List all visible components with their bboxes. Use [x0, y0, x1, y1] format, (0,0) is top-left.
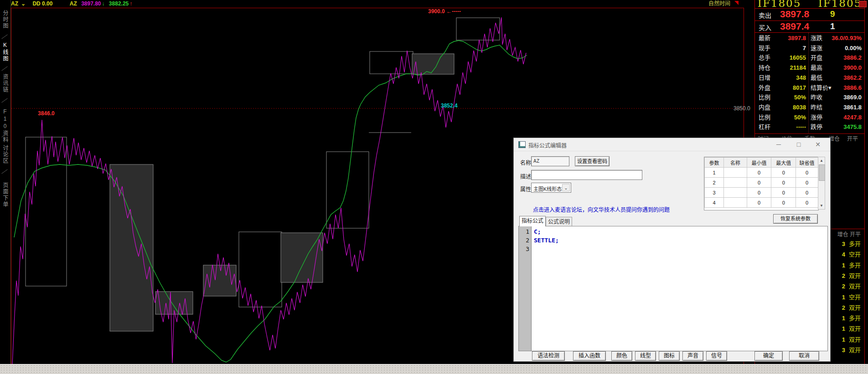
restore-system-params-button[interactable]: 恢复系统参数 — [773, 214, 818, 224]
scroll-down-icon[interactable]: ▼ — [818, 202, 825, 209]
minimize-button[interactable]: ─ — [771, 139, 786, 150]
quote-row: 持仓21184最高3900.0 — [755, 63, 864, 72]
parameter-table[interactable]: 参数名称最小值最大值缺省值1000200030004000 — [704, 157, 819, 210]
sidebar-tab-4[interactable]: F10资料 — [1, 108, 9, 143]
sidebar-separator — [1, 98, 8, 103]
sidebar-tab-5[interactable]: 讨论区 — [1, 145, 9, 164]
attribute-select[interactable]: 主图K线形态 ⌄ — [531, 183, 571, 193]
quote-row: 比例50%涨停4247.8 — [755, 113, 864, 122]
parameter-table-scrollbar[interactable]: ▲ ▼ — [818, 157, 825, 210]
dialog-tool-button-6[interactable]: 声音 — [682, 351, 703, 361]
quote-row: 现手7速涨0.00% — [755, 43, 864, 53]
tab-formula-description[interactable]: 公式说明 — [546, 217, 572, 226]
quote-row: 总手16055开盘3886.2 — [755, 53, 864, 62]
dialog-tool-button-5[interactable]: 图标 — [659, 351, 680, 361]
line-number-gutter: 123 — [519, 226, 532, 351]
sidebar-tab-3[interactable]: 资讯链 — [1, 74, 9, 93]
maximize-button[interactable]: □ — [791, 139, 806, 150]
left-tab-strip: 分时图K线图资讯链F10资料讨论区页面下单 — [0, 0, 11, 364]
dialog-tool-button-3[interactable]: 颜色 — [611, 351, 632, 361]
ok-button[interactable]: 确定 — [754, 351, 783, 361]
param-table-row[interactable]: 2000 — [705, 178, 818, 188]
scroll-thumb[interactable] — [819, 164, 825, 181]
trading-app-window: 分时图K线图资讯链F10资料讨论区页面下单 AZ⌄ DD 0.00 AZ 389… — [0, 0, 868, 374]
dialog-titlebar[interactable]: 指标公式编辑器 ─ □ ✕ — [514, 138, 830, 151]
trade-tick-row: 2双开 — [842, 271, 861, 281]
trade-tick-row: 3双开 — [842, 345, 861, 355]
trade-tick-row: 1多开 — [842, 260, 861, 271]
dialog-tool-button-4[interactable]: 线型 — [635, 351, 656, 361]
param-table-header: 最大值 — [771, 158, 796, 168]
settle-price-label: 3852.4 — [441, 102, 458, 109]
pattern-box — [110, 164, 153, 331]
divider — [755, 133, 864, 134]
code-line[interactable]: SETTLE; — [534, 237, 559, 244]
code-line[interactable]: C; — [534, 228, 541, 235]
sidebar-tab-1[interactable]: 分时图 — [1, 10, 9, 29]
axis-price-label: 3850.0 — [734, 105, 750, 112]
chevron-down-icon: ⌄ — [562, 184, 570, 191]
name-label: 名称 — [520, 159, 531, 166]
trade-tick-row: 4空开 — [842, 249, 861, 260]
alert-indicator-icon[interactable] — [859, 1, 867, 7]
pattern-box — [412, 54, 454, 74]
line-number: 3 — [520, 246, 529, 252]
quote-row: 比例50%昨收3869.0 — [755, 92, 864, 102]
column-divider — [808, 33, 809, 133]
line-number: 2 — [520, 237, 529, 244]
formula-editor-icon — [518, 141, 526, 148]
chart-line — [14, 41, 527, 362]
cancel-button[interactable]: 取消 — [789, 351, 819, 361]
close-button[interactable]: ✕ — [810, 139, 826, 150]
trade-tick-row: 1空开 — [842, 292, 861, 302]
dialog-title: 指标公式编辑器 — [528, 141, 567, 149]
dialog-tool-button-7[interactable]: 信号 — [706, 351, 727, 361]
pattern-box — [456, 18, 500, 40]
scroll-up-icon[interactable]: ▲ — [818, 157, 825, 164]
bid-row[interactable]: 买入 3897.4 1 — [755, 21, 864, 33]
trade-columns-header: 增仓 开平 — [837, 230, 861, 238]
indicator-price-1: 3897.80 — [81, 0, 101, 7]
indicator-name-dropdown[interactable]: AZ⌄ — [11, 0, 28, 7]
sidebar-tab-2[interactable]: K线图 — [1, 42, 9, 62]
windows-taskbar[interactable] — [0, 364, 868, 374]
quote-row: 内盘8038昨结3861.8 — [755, 102, 864, 112]
trade-tick-row: 2双开 — [842, 302, 861, 313]
high-price-annotation: 3900.0 ←----- — [428, 8, 461, 15]
param-table-header: 参数 — [705, 158, 724, 168]
indicator-az-label: AZ — [70, 0, 77, 7]
left-price-label: 3846.0 — [38, 110, 55, 117]
pattern-box — [26, 137, 67, 286]
sidebar-separator — [1, 67, 8, 71]
sidebar-separator — [1, 169, 8, 174]
sidebar-tab-6[interactable]: 页面下单 — [1, 182, 9, 208]
set-password-button[interactable]: 设置查看密码 — [575, 156, 610, 166]
corner-triangle-icon — [734, 1, 739, 5]
dialog-tool-button-2[interactable]: 插入函数 — [573, 351, 606, 361]
param-table-header: 名称 — [724, 158, 747, 168]
trade-tick-row: 3多开 — [842, 239, 861, 249]
description-input[interactable] — [531, 170, 642, 180]
contract-title[interactable]: IF1805 IF1805 — [755, 0, 864, 9]
tab-indicator-formula[interactable]: 指标公式 — [519, 216, 546, 226]
param-table-header: 缺省值 — [796, 158, 818, 168]
ask-row[interactable]: 卖出 3897.8 9 — [755, 9, 864, 20]
param-table-row[interactable]: 4000 — [705, 198, 818, 208]
name-input[interactable]: AZ — [531, 156, 569, 166]
time-mode-label[interactable]: 自然时间 — [708, 0, 730, 7]
sidebar-separator — [1, 35, 8, 39]
code-editor[interactable]: 123 C;SETTLE; — [518, 226, 828, 351]
trade-tick-row: 1多开 — [842, 313, 861, 323]
line-number: 1 — [520, 228, 529, 235]
param-table-row[interactable]: 1000 — [705, 168, 818, 178]
pattern-box — [326, 152, 369, 228]
attribute-label: 属性 — [520, 185, 531, 193]
divider — [755, 32, 864, 33]
forum-help-link[interactable]: 点击进入麦语言论坛，向文华技术人员提问你遇到的问题 — [533, 205, 670, 213]
dialog-tool-button-1[interactable]: 语法检测 — [532, 351, 565, 361]
param-table-row[interactable]: 3000 — [705, 188, 818, 198]
dashed-arrow-left-icon: ←----- — [446, 8, 461, 15]
quote-row: 外盘8017结算价▾3886.6 — [755, 83, 864, 92]
param-table-header: 最小值 — [747, 158, 771, 168]
pattern-box — [281, 233, 323, 282]
